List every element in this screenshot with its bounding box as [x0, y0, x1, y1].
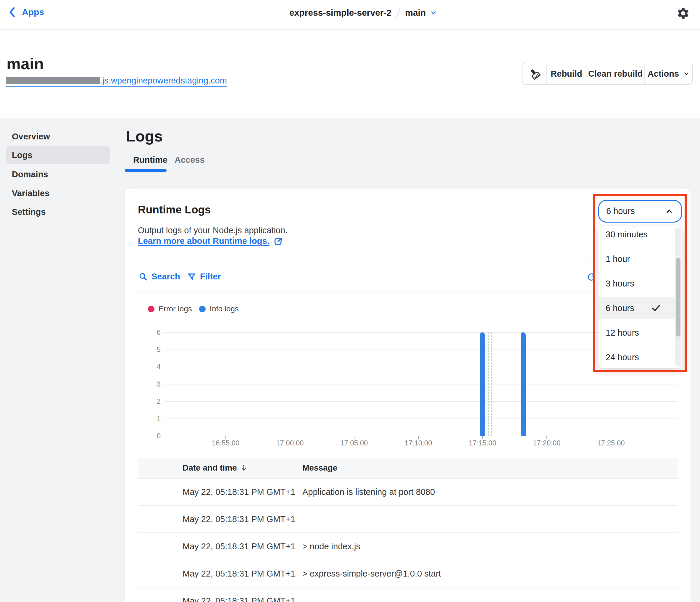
menu-option-label: 30 minutes: [606, 230, 648, 239]
column-header-date-label: Date and time: [182, 463, 237, 473]
table-row[interactable]: May 22, 05:18:31 PM GMT+1 Application is…: [138, 479, 678, 506]
filter-label: Filter: [200, 272, 221, 282]
page-environment-title: main: [6, 54, 44, 73]
breadcrumb: express-simple-server-2 main: [289, 6, 437, 19]
log-datetime-cell: May 22, 05:18:31 PM GMT+1: [138, 487, 302, 497]
page-title: Logs: [126, 127, 163, 145]
breadcrumb-environment[interactable]: main: [405, 8, 426, 18]
back-link-label: Apps: [22, 7, 44, 17]
logs-table: Date and time Message May 22, 05:18:31 P…: [138, 458, 678, 602]
rebuild-button[interactable]: Rebuild: [547, 63, 586, 84]
learn-more-label: Learn more about Runtime logs.: [138, 236, 270, 246]
tab-access[interactable]: Access: [175, 155, 205, 165]
clean-rebuild-button[interactable]: Clean rebuild: [586, 63, 644, 84]
log-datetime-cell: May 22, 05:18:31 PM GMT+1: [138, 514, 302, 524]
legend-entry-error: Error logs: [148, 304, 192, 313]
error-logs-dot-icon: [148, 306, 154, 312]
back-to-apps-link[interactable]: Apps: [8, 7, 44, 17]
sidebar-item-variables[interactable]: Variables: [6, 184, 110, 202]
info-logs-dot-icon: [199, 306, 206, 312]
table-row[interactable]: May 22, 05:18:31 PM GMT+1 > express-simp…: [138, 560, 678, 587]
menu-option-label: 24 hours: [606, 353, 639, 362]
log-datetime-cell: May 22, 05:18:31 PM GMT+1: [138, 596, 302, 602]
environment-actions-button-group: Rebuild Clean rebuild Actions: [522, 63, 693, 85]
active-tab-underline: [125, 169, 167, 172]
external-link-icon: [274, 237, 283, 246]
logs-table-header: Date and time Message: [138, 458, 678, 479]
log-message-cell: Application is listening at port 8080: [302, 487, 678, 497]
legend-entry-info: Info logs: [199, 304, 239, 313]
environment-url-link[interactable]: .js.wpenginepoweredstaging.com: [6, 76, 227, 87]
menu-option-label: 1 hour: [606, 254, 630, 264]
learn-more-link[interactable]: Learn more about Runtime logs.: [138, 236, 283, 246]
refresh-icon[interactable]: [586, 272, 597, 282]
sidebar-item-overview[interactable]: Overview: [6, 127, 110, 146]
dropdown-scrollbar-thumb[interactable]: [676, 258, 680, 337]
breadcrumb-app-name: express-simple-server-2: [289, 8, 392, 18]
menu-option-3-hours[interactable]: 3 hours: [599, 272, 675, 295]
filter-button[interactable]: Filter: [187, 272, 221, 282]
divider: [138, 291, 678, 292]
back-chevron-icon: [8, 7, 16, 17]
breadcrumb-separator: [396, 7, 400, 19]
sidebar-item-label: Logs: [12, 150, 32, 160]
filter-funnel-icon: [187, 272, 196, 282]
tabs-bottom-border: [125, 171, 691, 171]
log-message-cell: > node index.js: [302, 541, 678, 551]
url-visible-text: .js.wpenginepoweredstaging.com: [100, 76, 227, 86]
menu-option-6-hours[interactable]: 6 hours: [599, 297, 675, 319]
sidebar-item-label: Overview: [12, 132, 50, 142]
table-row[interactable]: May 22, 05:18:31 PM GMT+1: [138, 506, 678, 533]
sidebar-item-logs[interactable]: Logs: [6, 146, 110, 164]
legend-label-error: Error logs: [158, 304, 192, 313]
tab-runtime[interactable]: Runtime: [133, 155, 168, 165]
sidebar-item-label: Variables: [12, 189, 49, 198]
sidebar-item-domains[interactable]: Domains: [6, 165, 110, 184]
chevron-up-icon: [665, 207, 673, 215]
rebuild-button-label: Rebuild: [551, 69, 582, 79]
log-message-cell: > express-simple-server@1.0.0 start: [302, 569, 678, 579]
sort-descending-arrow-icon: [240, 464, 248, 472]
search-label: Search: [151, 272, 180, 282]
sidebar-item-label: Settings: [12, 207, 46, 217]
column-header-date[interactable]: Date and time: [138, 463, 302, 473]
log-datetime-cell: May 22, 05:18:31 PM GMT+1: [138, 569, 302, 579]
column-header-message: Message: [302, 463, 678, 473]
time-range-dropdown-menu: 30 minutes 1 hour 3 hours 6 hours 12 hou…: [599, 226, 682, 368]
actions-chevron-down-icon: [683, 70, 690, 77]
redacted-url-blur: [6, 77, 100, 85]
menu-option-label: 6 hours: [606, 304, 634, 313]
menu-option-24-hours[interactable]: 24 hours: [599, 346, 675, 368]
checkmark-icon: [651, 303, 661, 313]
sidebar-item-label: Domains: [12, 170, 48, 179]
actions-menu-button[interactable]: Actions: [645, 63, 692, 84]
menu-option-30-minutes[interactable]: 30 minutes: [599, 226, 675, 246]
menu-option-12-hours[interactable]: 12 hours: [599, 321, 675, 344]
legend-label-info: Info logs: [210, 304, 239, 313]
panel-description: Output logs of your Node.js application.: [138, 225, 288, 235]
environment-chevron-down-icon[interactable]: [430, 9, 437, 16]
search-button[interactable]: Search: [139, 272, 180, 282]
clean-cache-broom-button[interactable]: [523, 63, 546, 84]
broom-icon: [527, 66, 542, 81]
search-icon: [139, 272, 148, 282]
table-row[interactable]: May 22, 05:18:31 PM GMT+1 > node index.j…: [138, 533, 678, 560]
table-row[interactable]: May 22, 05:18:31 PM GMT+1: [138, 587, 678, 602]
app-window: Apps express-simple-server-2 main main .…: [0, 0, 700, 602]
log-datetime-cell: May 22, 05:18:31 PM GMT+1: [138, 541, 302, 551]
menu-option-1-hour[interactable]: 1 hour: [599, 248, 675, 270]
menu-option-label: 3 hours: [606, 279, 634, 289]
time-range-selected-value: 6 hours: [606, 206, 635, 216]
actions-button-label: Actions: [648, 69, 679, 79]
menu-option-label: 12 hours: [606, 328, 639, 338]
sidebar-item-settings[interactable]: Settings: [6, 203, 110, 221]
column-header-message-label: Message: [302, 463, 337, 472]
settings-gear-icon[interactable]: [676, 6, 690, 20]
clean-rebuild-button-label: Clean rebuild: [588, 69, 643, 79]
panel-title: Runtime Logs: [138, 203, 211, 216]
chart-legend: Error logs Info logs: [148, 304, 239, 313]
time-range-dropdown-button[interactable]: 6 hours: [598, 200, 682, 222]
divider: [138, 263, 678, 263]
